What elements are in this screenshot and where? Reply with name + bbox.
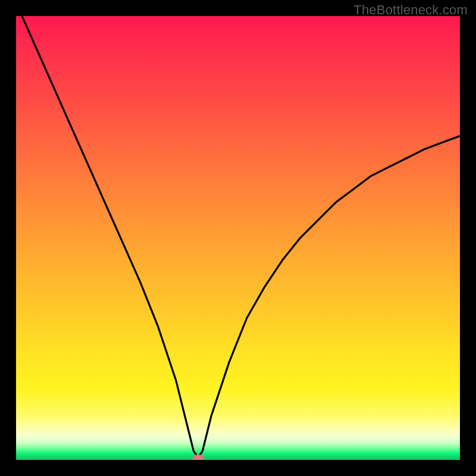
watermark-text: TheBottleneck.com bbox=[353, 2, 468, 18]
minimum-marker bbox=[193, 455, 203, 460]
chart-frame: TheBottleneck.com bbox=[0, 0, 476, 476]
bottleneck-curve bbox=[16, 16, 460, 458]
curve-layer bbox=[16, 16, 460, 460]
plot-area bbox=[16, 16, 460, 460]
